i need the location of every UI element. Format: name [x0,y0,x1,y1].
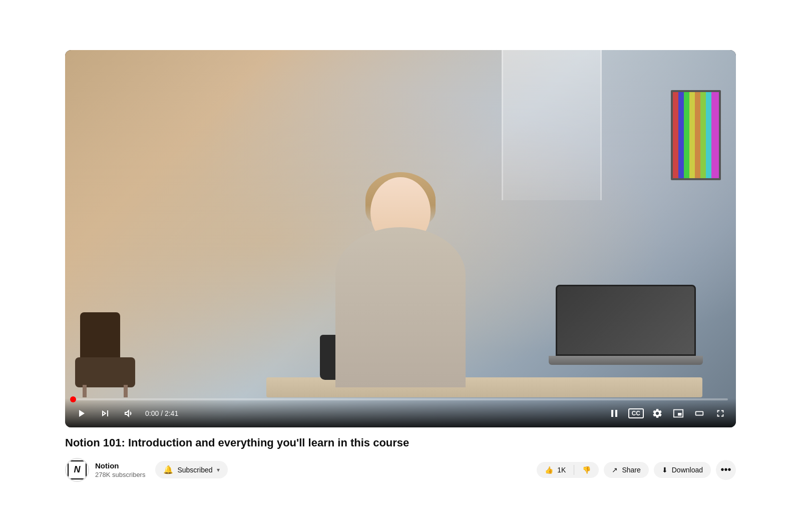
bookshelf [671,90,721,180]
video-player[interactable]: 0:00 / 2:41 CC [65,50,736,427]
share-button[interactable]: ↗ Share [604,462,648,478]
video-scene [65,50,736,427]
controls-row: 0:00 / 2:41 CC [73,405,728,421]
like-dislike-group: 👍 1K 👎 [537,462,599,478]
video-title: Notion 101: Introduction and everything … [65,435,736,451]
pause-icon [608,407,620,419]
pause-button[interactable] [606,405,622,421]
window [502,50,602,200]
current-time: 0:00 [145,409,159,417]
play-icon [75,407,87,419]
channel-avatar[interactable]: N [65,458,89,482]
like-button[interactable]: 👍 1K [537,462,574,478]
subscribe-button[interactable]: 🔔 Subscribed ▾ [155,461,227,478]
more-options-button[interactable]: ••• [716,460,736,480]
time-separator: / [159,409,165,417]
next-button[interactable] [97,405,113,421]
actions-right: 👍 1K 👎 ↗ Share ⬇ Download ••• [537,460,736,480]
more-icon: ••• [720,464,731,475]
video-controls: 0:00 / 2:41 CC [65,398,736,427]
avatar-letter: N [74,464,81,475]
subscribe-label: Subscribed [177,466,212,474]
share-icon: ↗ [612,466,618,474]
channel-info: Notion 278K subscribers [95,461,145,478]
download-label: Download [672,466,703,474]
channel-row: N Notion 278K subscribers 🔔 Subscribed ▾… [65,458,736,482]
miniplayer-icon [673,408,684,419]
theater-button[interactable] [692,406,707,421]
controls-right: CC [606,405,728,421]
dislike-button[interactable]: 👎 [574,462,599,478]
volume-button[interactable] [121,405,137,421]
avatar-logo: N [68,460,87,479]
volume-icon [123,407,135,419]
settings-icon [652,408,663,419]
theater-icon [694,408,705,419]
download-button[interactable]: ⬇ Download [654,462,711,478]
next-icon [99,407,111,419]
duration: 2:41 [165,409,178,417]
share-label: Share [622,466,640,474]
settings-button[interactable] [650,406,665,421]
channel-name[interactable]: Notion [95,461,145,470]
progress-bar[interactable] [73,398,728,400]
thumbs-up-icon: 👍 [545,466,553,474]
download-icon: ⬇ [662,466,668,474]
person [315,177,486,387]
miniplayer-button[interactable] [671,406,686,421]
channel-subscribers: 278K subscribers [95,471,145,478]
fullscreen-icon [715,408,726,419]
time-display: 0:00 / 2:41 [145,409,178,417]
play-button[interactable] [73,405,89,421]
controls-left: 0:00 / 2:41 [73,405,178,421]
fullscreen-button[interactable] [713,406,728,421]
page-container: 0:00 / 2:41 CC [65,50,736,482]
like-count: 1K [557,466,566,474]
bell-icon: 🔔 [163,465,173,474]
cc-button[interactable]: CC [628,408,644,418]
chair [75,307,135,387]
chevron-down-icon: ▾ [217,466,220,473]
laptop [556,285,696,380]
thumbs-down-icon: 👎 [582,466,591,474]
